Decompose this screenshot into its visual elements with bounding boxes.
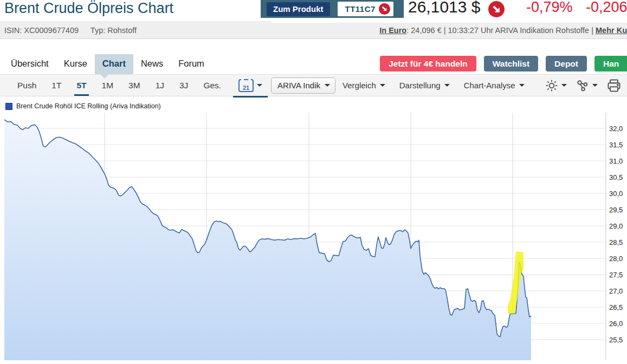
range-selector: Push 1T 5T 1M 3M 1J 3J Ges. [10, 76, 229, 95]
chart-analyse-menu[interactable]: Chart-Analyse [457, 76, 532, 95]
svg-text:27,0: 27,0 [609, 287, 623, 295]
tab-uebersicht[interactable]: Übersicht [3, 54, 56, 74]
tabs: Übersicht Kurse Chart News Forum [3, 54, 212, 74]
svg-text:29,5: 29,5 [609, 206, 623, 214]
calendar-icon: 21 [238, 79, 254, 92]
mehr-kurse-link[interactable]: Mehr Ku [596, 26, 627, 35]
wkn-chip[interactable]: TT11C7 [338, 2, 393, 16]
handeln-button[interactable]: Han [594, 56, 627, 72]
indication-select-value: ARIVA Indik [277, 81, 320, 90]
price-chart[interactable]: Brent Crude Rohöl ICE Rolling (Ariva Ind… [0, 100, 627, 364]
action-buttons: Jetzt für 4€ handeln Watchlist Depot Han [380, 56, 627, 72]
series-swatch-icon [5, 103, 12, 110]
svg-text:26,5: 26,5 [609, 303, 623, 311]
settings-menu[interactable] [541, 76, 570, 95]
info-bar: ISIN: XC0009677409 Typ: Rohstoff In Euro… [0, 23, 627, 39]
chevron-down-icon [444, 84, 450, 89]
change-percent: -0,79% [526, 0, 573, 16]
wkn-label: TT11C7 [345, 4, 376, 14]
svg-text:30,5: 30,5 [609, 173, 623, 181]
svg-text:31,0: 31,0 [609, 157, 623, 165]
gear-icon [545, 79, 559, 93]
in-euro-link[interactable]: In Euro [379, 26, 406, 35]
chevron-down-icon [561, 84, 567, 89]
zum-produkt-button[interactable]: Zum Produkt [267, 2, 330, 16]
svg-text:29,0: 29,0 [609, 222, 623, 230]
euro-quote-text: : 24,096 € | 10:33:27 Uhr ARIVA Indikati… [406, 26, 596, 35]
price-down-icon [379, 3, 390, 15]
svg-text:31,5: 31,5 [609, 141, 623, 149]
watchlist-button[interactable]: Watchlist [484, 56, 538, 72]
toolbar-icons [541, 76, 627, 95]
chart-toolbar: Push 1T 5T 1M 3M 1J 3J Ges. 21 ARIVA Ind… [0, 74, 627, 96]
series-label: Brent Crude Rohöl ICE Rolling (Ariva Ind… [16, 102, 161, 110]
title-divider [0, 22, 271, 22]
toolbar-menus: Vergleich Darstellung Chart-Analyse [335, 76, 532, 95]
chevron-down-icon [380, 84, 385, 89]
active-tab-pointer [100, 74, 109, 83]
darstellung-menu[interactable]: Darstellung [392, 76, 457, 95]
svg-text:27,5: 27,5 [609, 271, 623, 279]
type-value: Typ: Rohstoff [91, 26, 137, 35]
depot-button[interactable]: Depot [546, 56, 587, 72]
tab-chart[interactable]: Chart [95, 54, 133, 74]
tab-forum[interactable]: Forum [171, 54, 212, 74]
chevron-down-icon [257, 84, 262, 89]
price-down-icon-large [488, 1, 505, 17]
isin-value: ISIN: XC0009677409 [4, 26, 79, 35]
range-1j[interactable]: 1J [148, 76, 172, 95]
current-price: 26,1013 $ [408, 0, 480, 16]
tab-kurse[interactable]: Kurse [56, 54, 95, 74]
svg-text:32,0: 32,0 [609, 125, 623, 133]
chevron-down-icon [592, 84, 598, 89]
instrument-meta: ISIN: XC0009677409 Typ: Rohstoff [4, 26, 137, 35]
vergleich-menu[interactable]: Vergleich [335, 76, 392, 95]
share-icon [576, 79, 590, 93]
chevron-down-icon [519, 84, 525, 89]
chart-canvas[interactable]: 32,031,531,030,530,029,529,028,528,027,5… [0, 100, 627, 364]
share-menu[interactable] [572, 76, 601, 95]
svg-text:26,0: 26,0 [609, 320, 623, 328]
svg-text:28,0: 28,0 [609, 255, 623, 263]
euro-quote: In Euro: 24,096 € | 10:33:27 Uhr ARIVA I… [379, 26, 627, 35]
date-range-picker[interactable]: 21 [236, 76, 264, 95]
range-5t[interactable]: 5T [69, 76, 94, 95]
svg-text:30,0: 30,0 [609, 190, 623, 198]
indication-select[interactable]: ARIVA Indik [271, 77, 335, 94]
svg-text:25,5: 25,5 [609, 336, 623, 344]
product-box: Zum Produkt TT11C7 [261, 0, 404, 18]
printer-icon [606, 79, 622, 93]
page: Brent Crude Ölpreis Chart Zum Produkt TT… [0, 0, 627, 364]
tab-news[interactable]: News [133, 54, 171, 74]
page-title: Brent Crude Ölpreis Chart [4, 0, 173, 17]
svg-text:28,5: 28,5 [609, 238, 623, 246]
tab-row: Übersicht Kurse Chart News Forum Jetzt f… [0, 54, 627, 74]
range-3m[interactable]: 3M [121, 76, 148, 95]
chart-legend: Brent Crude Rohöl ICE Rolling (Ariva Ind… [5, 102, 161, 110]
change-absolute: -0,206 [586, 0, 627, 16]
range-1t[interactable]: 1T [44, 76, 69, 95]
print-button[interactable] [603, 76, 625, 95]
trade-button[interactable]: Jetzt für 4€ handeln [380, 56, 476, 72]
range-3j[interactable]: 3J [172, 76, 196, 95]
chevron-down-icon [325, 84, 330, 89]
range-push[interactable]: Push [10, 76, 44, 95]
header: Brent Crude Ölpreis Chart Zum Produkt TT… [0, 0, 627, 23]
range-ges[interactable]: Ges. [196, 76, 229, 95]
